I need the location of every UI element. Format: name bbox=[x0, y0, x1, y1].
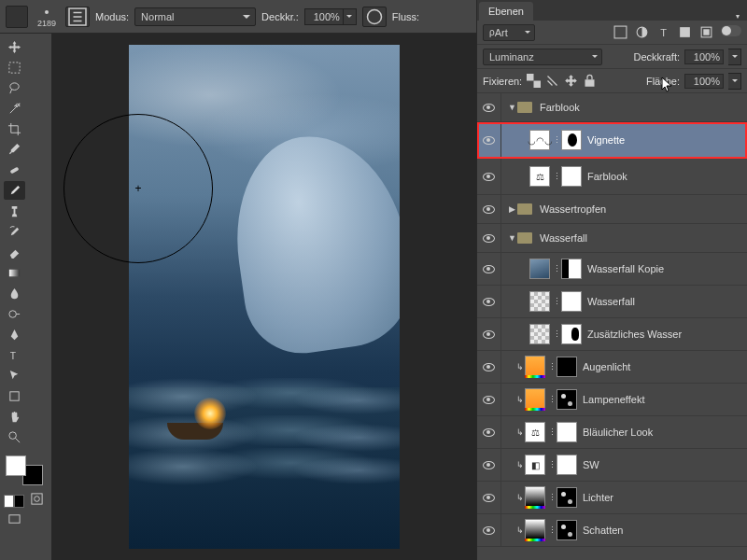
layer-row[interactable]: ↳ ⋮ Lichter bbox=[477, 482, 747, 514]
visibility-toggle[interactable] bbox=[477, 195, 501, 223]
mask-thumb[interactable] bbox=[561, 166, 582, 187]
visibility-toggle[interactable] bbox=[477, 318, 501, 350]
fill-input[interactable]: 100% bbox=[684, 74, 724, 89]
visibility-toggle[interactable] bbox=[477, 482, 501, 513]
crop-tool-icon[interactable] bbox=[4, 119, 25, 138]
eyedropper-tool-icon[interactable] bbox=[4, 140, 25, 159]
mask-thumb[interactable] bbox=[561, 291, 582, 312]
mask-thumb[interactable] bbox=[561, 259, 582, 279]
link-mask-icon[interactable]: ⋮ bbox=[547, 460, 557, 469]
brush-tool-icon[interactable] bbox=[4, 181, 25, 200]
zoom-tool-icon[interactable] bbox=[4, 427, 25, 446]
gradient-tool-icon[interactable] bbox=[4, 263, 25, 282]
layer-row[interactable]: ⋮ Wasserfall bbox=[477, 286, 747, 318]
lock-trans-icon[interactable] bbox=[527, 74, 541, 88]
eraser-tool-icon[interactable] bbox=[4, 243, 25, 261]
panel-menu-icon[interactable] bbox=[728, 12, 747, 21]
layer-thumb[interactable] bbox=[529, 259, 550, 279]
adjustment-thumb[interactable] bbox=[525, 388, 545, 409]
filter-shape-icon[interactable] bbox=[678, 25, 692, 39]
twist-down-icon[interactable]: ▼ bbox=[507, 103, 517, 112]
opacity-input[interactable]: 100% bbox=[304, 8, 344, 25]
pressure-opacity-icon[interactable] bbox=[362, 7, 387, 27]
adjustment-thumb[interactable] bbox=[525, 486, 545, 507]
visibility-toggle[interactable] bbox=[477, 93, 501, 121]
link-mask-icon[interactable]: ⋮ bbox=[552, 172, 561, 181]
wand-tool-icon[interactable] bbox=[4, 99, 25, 118]
brush-preset[interactable]: 2189 bbox=[34, 6, 60, 28]
twist-right-icon[interactable]: ▶ bbox=[507, 204, 517, 214]
layer-thumb[interactable] bbox=[529, 324, 550, 344]
blend-mode-select[interactable]: Luminanz bbox=[483, 49, 602, 65]
quickmask-icon[interactable] bbox=[26, 489, 48, 508]
filter-pixel-icon[interactable] bbox=[613, 25, 627, 39]
layer-group[interactable]: ▼ Wasserfall bbox=[477, 224, 747, 253]
filter-type-icon[interactable]: T bbox=[656, 25, 670, 39]
lock-position-icon[interactable] bbox=[564, 74, 578, 88]
layer-row[interactable]: ↳ ⚖ ⋮ Bläulicher Look bbox=[477, 416, 747, 449]
type-tool-icon[interactable]: T bbox=[4, 345, 25, 364]
layer-row[interactable]: ↳ ⋮ Augenlicht bbox=[477, 351, 747, 384]
opacity-dropdown[interactable] bbox=[344, 8, 357, 25]
hand-tool-icon[interactable] bbox=[4, 407, 25, 426]
visibility-toggle[interactable] bbox=[477, 514, 501, 546]
adjustment-thumb[interactable] bbox=[525, 519, 545, 539]
link-mask-icon[interactable]: ⋮ bbox=[547, 395, 557, 404]
mask-thumb[interactable] bbox=[557, 455, 577, 475]
lasso-tool-icon[interactable] bbox=[4, 78, 25, 97]
mask-thumb[interactable] bbox=[557, 520, 577, 540]
layer-group[interactable]: ▶ Wassertropfen bbox=[477, 195, 747, 224]
link-mask-icon[interactable]: ⋮ bbox=[552, 135, 561, 145]
pen-tool-icon[interactable] bbox=[4, 325, 25, 343]
layer-thumb[interactable] bbox=[529, 291, 550, 312]
default-colors-icon[interactable] bbox=[4, 495, 24, 508]
layer-row[interactable]: ↳ ⋮ Lampeneffekt bbox=[477, 384, 747, 416]
link-mask-icon[interactable]: ⋮ bbox=[552, 297, 561, 306]
twist-down-icon[interactable]: ▼ bbox=[507, 233, 517, 243]
move-tool-icon[interactable] bbox=[4, 37, 25, 56]
mask-thumb[interactable] bbox=[557, 357, 577, 377]
color-swatches[interactable] bbox=[4, 454, 45, 487]
blend-mode-select[interactable]: Normal bbox=[134, 7, 256, 26]
layer-row[interactable]: ↳ ⋮ Schatten bbox=[477, 514, 747, 547]
mask-thumb[interactable] bbox=[557, 487, 577, 508]
visibility-toggle[interactable] bbox=[477, 122, 501, 158]
visibility-toggle[interactable] bbox=[477, 159, 501, 194]
healing-tool-icon[interactable] bbox=[4, 161, 25, 179]
blur-tool-icon[interactable] bbox=[4, 284, 25, 302]
screenmode-icon[interactable] bbox=[4, 510, 25, 528]
link-mask-icon[interactable]: ⋮ bbox=[547, 362, 557, 371]
history-brush-icon[interactable] bbox=[4, 222, 25, 241]
stamp-tool-icon[interactable] bbox=[4, 202, 25, 220]
lock-pixels-icon[interactable] bbox=[545, 74, 559, 88]
brush-panel-toggle-icon[interactable] bbox=[65, 7, 90, 27]
layer-filter-select[interactable]: ρ Art bbox=[483, 24, 535, 41]
mask-thumb[interactable] bbox=[557, 422, 577, 442]
mask-thumb[interactable] bbox=[557, 389, 577, 410]
mask-thumb[interactable] bbox=[561, 130, 582, 150]
fg-color[interactable] bbox=[6, 455, 26, 476]
layer-row[interactable]: ↳ ◧ ⋮ SW bbox=[477, 449, 747, 482]
visibility-toggle[interactable] bbox=[477, 384, 501, 415]
layer-row[interactable]: ⋮ Zusätzliches Wasser bbox=[477, 318, 747, 351]
link-mask-icon[interactable]: ⋮ bbox=[547, 525, 557, 535]
layer-row[interactable]: ◡◠◡ ⋮ Vignette bbox=[477, 122, 747, 159]
visibility-toggle[interactable] bbox=[477, 416, 501, 448]
mask-thumb[interactable] bbox=[561, 324, 582, 344]
filter-smart-icon[interactable] bbox=[699, 25, 713, 39]
link-mask-icon[interactable]: ⋮ bbox=[547, 427, 557, 437]
tab-layers[interactable]: Ebenen bbox=[479, 2, 533, 21]
path-select-icon[interactable] bbox=[4, 366, 25, 385]
visibility-toggle[interactable] bbox=[477, 286, 501, 317]
opacity-dropdown[interactable] bbox=[728, 49, 741, 65]
dodge-tool-icon[interactable] bbox=[4, 304, 25, 323]
visibility-toggle[interactable] bbox=[477, 449, 501, 481]
filter-toggle[interactable] bbox=[721, 25, 741, 36]
link-mask-icon[interactable]: ⋮ bbox=[552, 329, 561, 339]
layer-opacity-input[interactable]: 100% bbox=[684, 49, 724, 64]
visibility-toggle[interactable] bbox=[477, 253, 501, 285]
layer-group[interactable]: ▼ Farblook bbox=[477, 93, 747, 122]
link-mask-icon[interactable]: ⋮ bbox=[552, 264, 561, 273]
layer-row[interactable]: ⋮ Wasserfall Kopie bbox=[477, 253, 747, 286]
visibility-toggle[interactable] bbox=[477, 224, 501, 252]
